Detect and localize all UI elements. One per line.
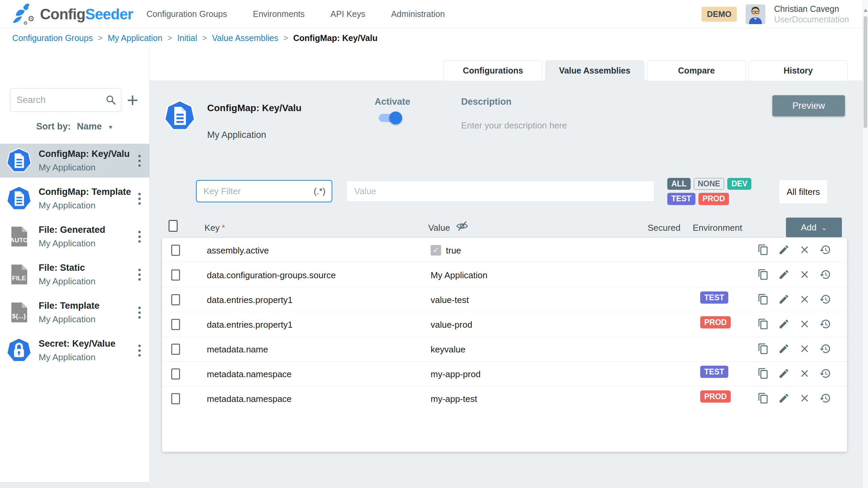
description-placeholder[interactable]: Enter your description here — [461, 120, 567, 131]
scrollbar-thumb[interactable] — [864, 16, 867, 128]
edit-button[interactable] — [778, 244, 790, 256]
row-environment-badge-test: TEST — [700, 291, 728, 304]
copy-button[interactable] — [757, 244, 769, 256]
row-checkbox[interactable] — [171, 344, 180, 355]
preview-button[interactable]: Preview — [772, 95, 845, 116]
edit-button[interactable] — [778, 343, 790, 354]
all-filters-button[interactable]: All filters — [779, 180, 828, 204]
sidebar-item-file-generated[interactable]: AUTOFile: GeneratedMy Application — [0, 220, 150, 253]
configseeder-logo-icon: ⚙ ⚙ — [10, 3, 37, 25]
delete-button[interactable] — [799, 392, 810, 404]
sidebar-item-file-static[interactable]: FILEFile: StaticMy Application — [0, 258, 150, 291]
svg-text:AUTO: AUTO — [10, 237, 28, 244]
page-scrollbar[interactable] — [863, 0, 868, 488]
row-checkbox[interactable] — [171, 269, 180, 281]
tab-history[interactable]: History — [749, 60, 848, 81]
scroll-up-arrow-icon[interactable] — [864, 9, 868, 12]
values-table: assembly.active✓truedata.configuration-g… — [162, 238, 847, 452]
delete-button[interactable] — [799, 318, 810, 330]
edit-button[interactable] — [778, 269, 790, 280]
search-input[interactable] — [17, 95, 105, 105]
sidebar-item-file-template[interactable]: ${...}File: TemplateMy Application — [0, 296, 150, 329]
search-icon[interactable] — [105, 95, 116, 105]
delete-button[interactable] — [799, 368, 810, 379]
row-checkbox[interactable] — [171, 368, 180, 380]
add-value-assembly-button[interactable]: + — [127, 90, 138, 110]
copy-button[interactable] — [757, 368, 769, 379]
row-checkbox[interactable] — [171, 393, 180, 404]
history-button[interactable] — [820, 368, 831, 379]
row-checkbox[interactable] — [171, 294, 180, 305]
edit-pencil-icon — [778, 318, 790, 330]
edit-button[interactable] — [778, 368, 790, 379]
kebab-menu-icon[interactable] — [133, 193, 145, 205]
row-value: my-app-test — [431, 394, 477, 404]
hide-values-eye-slash-icon[interactable] — [455, 219, 469, 233]
row-key: metadata.name — [207, 344, 268, 355]
kebab-menu-icon[interactable] — [133, 307, 145, 319]
env-filter-badge-none[interactable]: NONE — [694, 178, 724, 190]
copy-icon — [757, 269, 769, 280]
delete-x-icon — [799, 293, 810, 305]
edit-button[interactable] — [778, 392, 790, 404]
breadcrumb-link-value-assemblies[interactable]: Value Assemblies — [212, 33, 278, 43]
add-button[interactable]: Add⌄ — [786, 218, 842, 237]
key-filter-input[interactable] — [203, 186, 311, 197]
value-filter-input[interactable] — [354, 186, 647, 197]
brand-wordmark: ConfigSeeder — [40, 6, 133, 23]
breadcrumb-link-configuration-groups[interactable]: Configuration Groups — [12, 33, 93, 43]
sidebar-item-configmap-key-valu[interactable]: ConfigMap: Key/ValuMy Application — [0, 144, 150, 178]
kebab-menu-icon[interactable] — [133, 269, 145, 281]
activate-toggle[interactable] — [379, 114, 401, 122]
history-button[interactable] — [820, 343, 831, 354]
user-block[interactable]: Christian Cavegn UserDocumentation — [774, 4, 849, 24]
copy-button[interactable] — [757, 293, 769, 305]
kebab-menu-icon[interactable] — [133, 231, 145, 243]
nav-item-environments[interactable]: Environments — [253, 9, 305, 19]
copy-button[interactable] — [757, 392, 769, 404]
sort-caret-icon[interactable]: ▼ — [108, 124, 113, 130]
row-checkbox[interactable] — [171, 319, 180, 330]
env-filter-badge-all[interactable]: ALL — [667, 178, 691, 190]
history-icon — [820, 343, 831, 354]
demo-badge: DEMO — [702, 7, 737, 22]
sidebar-item-secret-key-value[interactable]: Secret: Key/ValueMy Application — [0, 333, 150, 367]
select-all-checkbox[interactable] — [169, 220, 178, 232]
nav-item-administration[interactable]: Administration — [391, 9, 445, 19]
delete-button[interactable] — [799, 343, 810, 354]
edit-button[interactable] — [778, 293, 790, 305]
edit-button[interactable] — [778, 318, 790, 330]
row-checkbox[interactable] — [171, 245, 180, 256]
sidebar-item-title: File: Generated — [39, 225, 133, 235]
nav-item-configuration-groups[interactable]: Configuration Groups — [146, 9, 227, 19]
env-filter-badge-prod[interactable]: PROD — [698, 193, 729, 205]
env-filter-badge-test[interactable]: TEST — [667, 193, 695, 205]
history-button[interactable] — [820, 392, 831, 404]
delete-button[interactable] — [799, 293, 810, 305]
copy-button[interactable] — [757, 318, 769, 330]
nav-item-api-keys[interactable]: API Keys — [331, 9, 366, 19]
user-avatar[interactable] — [746, 4, 765, 24]
svg-text:${...}: ${...} — [12, 312, 26, 320]
tab-configurations[interactable]: Configurations — [443, 60, 542, 81]
value-filter-box — [347, 181, 654, 202]
copy-button[interactable] — [757, 269, 769, 280]
delete-button[interactable] — [799, 269, 810, 280]
history-button[interactable] — [820, 244, 831, 256]
breadcrumb-link-my-application[interactable]: My Application — [108, 33, 162, 43]
nav-links: Configuration GroupsEnvironmentsAPI Keys… — [146, 9, 445, 19]
history-button[interactable] — [820, 293, 831, 305]
breadcrumb-link-initial[interactable]: Initial — [177, 33, 197, 43]
sort-value[interactable]: Name — [77, 121, 102, 132]
history-button[interactable] — [820, 318, 831, 330]
table-row: metadata.namespacemy-app-prodTEST — [162, 362, 847, 386]
delete-button[interactable] — [799, 244, 810, 256]
copy-button[interactable] — [757, 343, 769, 354]
tab-compare[interactable]: Compare — [647, 60, 746, 81]
history-button[interactable] — [820, 269, 831, 280]
tab-value-assemblies[interactable]: Value Assemblies — [545, 60, 644, 81]
env-filter-badge-dev[interactable]: DEV — [727, 178, 751, 190]
kebab-menu-icon[interactable] — [133, 345, 145, 357]
kebab-menu-icon[interactable] — [133, 155, 145, 167]
sidebar-item-configmap-template[interactable]: ConfigMap: TemplateMy Application — [0, 182, 150, 216]
